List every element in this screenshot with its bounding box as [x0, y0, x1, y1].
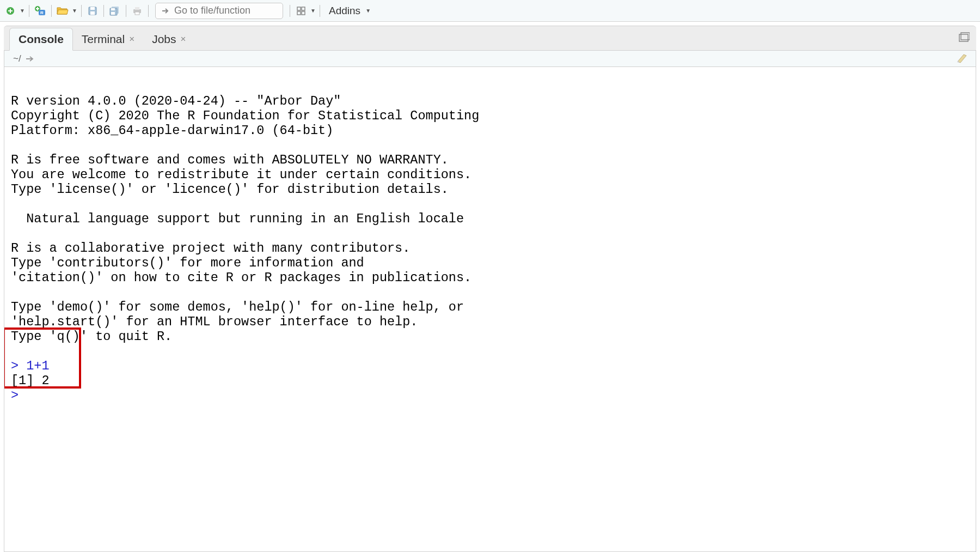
svg-rect-17 — [135, 12, 139, 15]
close-icon[interactable]: × — [129, 34, 134, 45]
tab-console-label: Console — [19, 33, 64, 46]
svg-rect-10 — [90, 11, 95, 15]
new-rproject-button[interactable]: R — [33, 3, 48, 19]
main-toolbar: ▼ R ▼ — [0, 0, 980, 22]
console-input-line: 1+1 — [26, 359, 49, 373]
separator — [148, 5, 149, 17]
console-prompt: > — [11, 388, 26, 403]
svg-rect-16 — [135, 7, 139, 10]
tab-console[interactable]: Console — [9, 28, 73, 51]
svg-rect-14 — [111, 12, 115, 15]
svg-rect-5 — [36, 8, 39, 9]
separator — [290, 5, 290, 17]
svg-rect-19 — [302, 7, 305, 10]
separator — [103, 5, 104, 17]
save-button[interactable] — [85, 3, 100, 19]
goto-placeholder-text: Go to file/function — [174, 5, 250, 16]
tab-jobs-label: Jobs — [152, 33, 176, 46]
goto-file-function-input[interactable]: Go to file/function — [155, 3, 283, 19]
pane-tab-bar: Console Terminal × Jobs × — [4, 26, 976, 51]
grid-view-dropdown[interactable]: ▼ — [310, 8, 316, 14]
svg-rect-13 — [111, 8, 115, 10]
addins-caret-icon: ▼ — [365, 8, 371, 14]
clear-console-button[interactable] — [956, 53, 968, 64]
save-all-button[interactable] — [107, 3, 122, 19]
console-prompt: > — [11, 359, 26, 373]
tab-terminal[interactable]: Terminal × — [73, 28, 143, 50]
separator — [320, 5, 320, 17]
maximize-pane-button[interactable] — [958, 32, 970, 44]
separator — [126, 5, 126, 17]
print-button[interactable] — [130, 3, 145, 19]
open-file-button[interactable] — [55, 3, 70, 19]
open-file-dropdown[interactable]: ▼ — [71, 8, 78, 14]
svg-rect-9 — [90, 7, 95, 10]
separator — [81, 5, 82, 17]
svg-rect-2 — [8, 10, 13, 11]
addins-button[interactable]: Addins ▼ — [323, 3, 377, 19]
svg-rect-18 — [297, 7, 301, 10]
addins-label: Addins — [329, 5, 360, 17]
svg-text:R: R — [40, 10, 44, 15]
grid-view-button[interactable] — [293, 3, 309, 19]
svg-rect-21 — [302, 11, 305, 15]
console-output[interactable]: R version 4.0.0 (2020-04-24) -- "Arbor D… — [4, 67, 976, 552]
separator — [51, 5, 52, 17]
working-directory-path: ~/ — [13, 53, 21, 64]
tab-terminal-label: Terminal — [82, 33, 125, 46]
tab-jobs[interactable]: Jobs × — [143, 28, 194, 50]
set-directory-arrow-icon[interactable] — [26, 55, 34, 63]
close-icon[interactable]: × — [181, 34, 186, 45]
svg-rect-20 — [297, 11, 301, 15]
console-path-bar: ~/ — [4, 51, 976, 67]
console-output-line: [1] 2 — [11, 373, 50, 388]
new-file-button[interactable] — [3, 3, 18, 19]
separator — [29, 5, 29, 17]
r-startup-banner: R version 4.0.0 (2020-04-24) -- "Arbor D… — [11, 94, 479, 344]
goto-arrow-icon — [161, 7, 170, 15]
new-file-dropdown[interactable]: ▼ — [19, 8, 26, 14]
